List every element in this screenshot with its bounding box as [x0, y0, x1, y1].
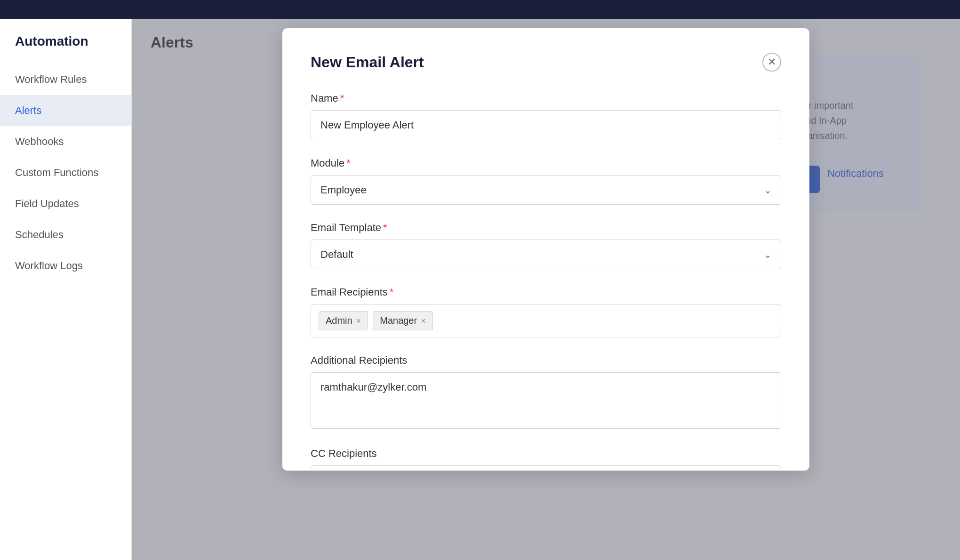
cc-recipients-field-group: CC Recipients vanamali@zylker.com — [311, 448, 781, 471]
name-label: Name * — [311, 92, 781, 104]
recipient-chip-manager: Manager × — [373, 311, 432, 330]
name-field-group: Name * — [311, 92, 781, 140]
email-recipients-field-group: Email Recipients * Admin × Manager × — [311, 286, 781, 337]
sidebar-item-custom-functions[interactable]: Custom Functions — [0, 157, 131, 188]
cc-recipients-label: CC Recipients — [311, 448, 781, 460]
name-input[interactable] — [311, 110, 781, 140]
modal-header: New Email Alert ✕ — [311, 53, 781, 72]
email-template-field-group: Email Template * Default Custom Template… — [311, 222, 781, 269]
modal: New Email Alert ✕ Name * Modul — [282, 28, 809, 471]
modal-close-button[interactable]: ✕ — [762, 53, 781, 72]
top-bar — [0, 0, 960, 19]
email-template-label: Email Template * — [311, 222, 781, 234]
sidebar-item-field-updates[interactable]: Field Updates — [0, 188, 131, 219]
modal-title: New Email Alert — [311, 54, 424, 71]
sidebar-item-webhooks[interactable]: Webhooks — [0, 126, 131, 157]
email-template-select[interactable]: Default Custom Template 1 Custom Templat… — [311, 240, 781, 269]
name-required: * — [340, 92, 344, 104]
close-icon: ✕ — [768, 56, 776, 68]
cc-recipients-textarea[interactable]: vanamali@zylker.com — [311, 465, 781, 471]
module-label: Module * — [311, 157, 781, 169]
manager-chip-label: Manager — [380, 315, 417, 326]
recipients-required: * — [390, 286, 394, 298]
sidebar-item-alerts[interactable]: Alerts — [0, 95, 131, 126]
sidebar-item-workflow-logs[interactable]: Workflow Logs — [0, 250, 131, 281]
email-template-required: * — [383, 222, 387, 234]
module-select-wrapper: Employee Contacts Leads Deals ⌄ — [311, 175, 781, 205]
recipient-chip-admin: Admin × — [319, 311, 368, 330]
main-layout: Automation Workflow Rules Alerts Webhook… — [0, 19, 960, 560]
content-area: Alerts ny Alerts yet ations and emails f… — [132, 19, 960, 560]
additional-recipients-label: Additional Recipients — [311, 354, 781, 367]
modal-overlay: New Email Alert ✕ Name * Modul — [132, 19, 960, 560]
sidebar-item-workflow-rules[interactable]: Workflow Rules — [0, 64, 131, 95]
module-required: * — [346, 157, 351, 169]
additional-recipients-textarea[interactable]: ramthakur@zylker.com — [311, 372, 781, 429]
admin-chip-label: Admin — [326, 315, 352, 326]
email-recipients-label: Email Recipients * — [311, 286, 781, 298]
recipients-area[interactable]: Admin × Manager × — [311, 304, 781, 337]
additional-recipients-field-group: Additional Recipients ramthakur@zylker.c… — [311, 354, 781, 431]
module-select[interactable]: Employee Contacts Leads Deals — [311, 175, 781, 205]
sidebar-title: Automation — [0, 34, 131, 64]
admin-chip-remove[interactable]: × — [356, 317, 361, 325]
email-template-select-wrapper: Default Custom Template 1 Custom Templat… — [311, 240, 781, 269]
sidebar-item-schedules[interactable]: Schedules — [0, 219, 131, 250]
module-field-group: Module * Employee Contacts Leads Deals ⌄ — [311, 157, 781, 205]
manager-chip-remove[interactable]: × — [421, 317, 426, 325]
sidebar: Automation Workflow Rules Alerts Webhook… — [0, 19, 132, 560]
